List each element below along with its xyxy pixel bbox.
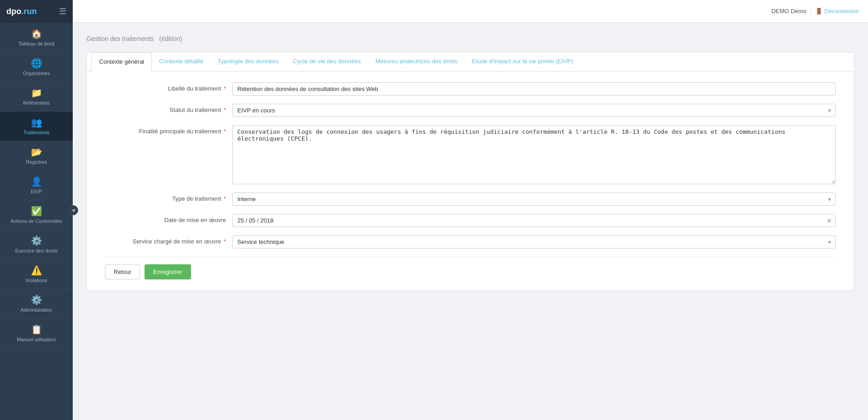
finalite-row: Finalité principale du traitement * Cons… — [105, 125, 836, 184]
topbar: DEMO Démo | 🚪 Déconnexion — [73, 0, 868, 23]
organismes-icon: 🌐 — [31, 58, 42, 69]
traitements-icon: 👥 — [31, 117, 42, 128]
sidebar-header: dpo.run ☰ — [0, 0, 73, 23]
date-row: Date de mise en œuvre ✕ — [105, 214, 836, 227]
sidebar-item-traitements[interactable]: 👥 Traitements — [0, 111, 73, 141]
type-select[interactable]: Interne Externe Sous-traitant — [232, 192, 836, 206]
sidebar-item-registres[interactable]: 📂 Registres — [0, 141, 73, 171]
sidebar-item-actions-conformites[interactable]: ✅ Actions de Conformités — [0, 200, 73, 230]
libelle-label: Libellé du traitement * — [105, 82, 232, 92]
page-title: Gestion des traitements (édition) — [86, 32, 854, 44]
statut-required: * — [224, 106, 226, 113]
eivp-icon: 👤 — [31, 176, 42, 187]
sidebar-item-label: Manuel utilisateur — [17, 337, 56, 342]
tab-etude-impact[interactable]: Etude d'impact sur la vie privée (EIVP) — [465, 52, 580, 71]
page-title-area: Gestion des traitements (édition) — [86, 32, 854, 44]
form-area: Libellé du traitement * Statut du traite… — [87, 71, 854, 290]
user-info: DEMO Démo | 🚪 Déconnexion — [771, 8, 859, 15]
type-row: Type de traitement * Interne Externe Sou… — [105, 192, 836, 206]
tab-typologie-donnees[interactable]: Typologie des données — [211, 52, 286, 71]
sidebar-item-label: Violations — [25, 278, 47, 283]
tabs-bar: Contexte général Contexte détaillé Typol… — [87, 52, 854, 71]
droits-icon: ⚙️ — [31, 235, 42, 246]
logout-icon: 🚪 — [815, 8, 823, 15]
type-select-wrapper: Interne Externe Sous-traitant ▼ — [232, 192, 836, 206]
sidebar-item-label: Actions de Conformités — [10, 218, 62, 224]
statut-select[interactable]: EIVP en cours Actif Inactif En cours de … — [232, 104, 836, 117]
sidebar-item-label: Référentiels — [23, 100, 50, 106]
service-row: Service chargé de mise en œuvre * Servic… — [105, 235, 836, 248]
logout-label: Déconnexion — [824, 8, 859, 15]
sidebar-item-organismes[interactable]: 🌐 Organismes — [0, 52, 73, 82]
page-subtitle: (édition) — [159, 35, 182, 42]
sidebar-logo: dpo.run — [6, 7, 59, 16]
tab-cycle-vie-donnees[interactable]: Cycle de vie des données — [286, 52, 368, 71]
registres-icon: 📂 — [31, 147, 42, 157]
sidebar-item-label: Administration — [20, 307, 52, 313]
statut-label: Statut du traitement * — [105, 104, 232, 113]
sidebar: dpo.run ☰ 🏠 Tableau de bord 🌐 Organismes… — [0, 0, 73, 420]
finalite-label: Finalité principale du traitement * — [105, 125, 232, 135]
date-label: Date de mise en œuvre — [105, 214, 232, 223]
statut-select-wrapper: EIVP en cours Actif Inactif En cours de … — [232, 104, 836, 117]
service-required: * — [224, 238, 226, 245]
content-area: Gestion des traitements (édition) Contex… — [73, 23, 868, 420]
date-clear-icon[interactable]: ✕ — [827, 217, 832, 224]
sidebar-item-label: Traitements — [23, 130, 50, 135]
statut-row: Statut du traitement * EIVP en cours Act… — [105, 104, 836, 117]
administration-icon: ⚙️ — [31, 294, 42, 305]
finalite-required: * — [224, 128, 226, 135]
manuel-icon: 📋 — [31, 324, 42, 335]
sidebar-item-label: Organismes — [23, 71, 50, 76]
sidebar-item-administration[interactable]: ⚙️ Administration — [0, 289, 73, 319]
sidebar-item-label: Exercice des droits — [15, 248, 58, 253]
sidebar-item-violations[interactable]: ⚠️ Violations — [0, 259, 73, 289]
sidebar-item-label: Registres — [26, 159, 47, 165]
user-name: DEMO Démo — [771, 8, 806, 15]
service-label: Service chargé de mise en œuvre * — [105, 235, 232, 245]
sidebar-item-eivp[interactable]: 👤 EIVP — [0, 171, 73, 200]
libelle-input[interactable] — [232, 82, 836, 96]
form-card: Contexte général Contexte détaillé Typol… — [86, 52, 854, 291]
referentiels-icon: 📁 — [31, 87, 42, 98]
service-select[interactable]: Service technique Direction Service juri… — [232, 235, 836, 248]
conformites-icon: ✅ — [31, 206, 42, 217]
form-actions: Retour Enregistrer — [105, 257, 836, 279]
main-area: DEMO Démo | 🚪 Déconnexion Gestion des tr… — [73, 0, 868, 420]
tab-contexte-general[interactable]: Contexte général — [91, 52, 152, 71]
type-required: * — [224, 195, 226, 202]
libelle-required: * — [224, 85, 226, 92]
date-wrapper: ✕ — [232, 214, 836, 227]
violations-icon: ⚠️ — [31, 265, 42, 276]
sidebar-item-referentiels[interactable]: 📁 Référentiels — [0, 82, 73, 111]
sidebar-item-label: Tableau de bord — [19, 41, 55, 46]
sidebar-item-label: EIVP — [30, 189, 42, 194]
sidebar-item-manuel-utilisateur[interactable]: 📋 Manuel utilisateur — [0, 319, 73, 348]
type-label: Type de traitement * — [105, 192, 232, 202]
finalite-textarea[interactable]: Conservation des logs de connexion des u… — [232, 125, 836, 184]
libelle-row: Libellé du traitement * — [105, 82, 836, 96]
sidebar-item-exercice-droits[interactable]: ⚙️ Exercice des droits — [0, 230, 73, 259]
date-input[interactable] — [232, 214, 836, 227]
tab-contexte-detaille[interactable]: Contexte détaillé — [152, 52, 211, 71]
enregistrer-button[interactable]: Enregistrer — [145, 264, 191, 279]
sidebar-item-tableau-de-bord[interactable]: 🏠 Tableau de bord — [0, 23, 73, 52]
dashboard-icon: 🏠 — [31, 28, 42, 39]
sidebar-collapse-button[interactable]: ◀ — [68, 205, 78, 215]
logout-button[interactable]: 🚪 Déconnexion — [815, 8, 859, 15]
retour-button[interactable]: Retour — [105, 264, 140, 279]
service-select-wrapper: Service technique Direction Service juri… — [232, 235, 836, 248]
tab-mesures-protectrices[interactable]: Mesures protectrices des droits — [368, 52, 465, 71]
menu-toggle-icon[interactable]: ☰ — [59, 6, 66, 16]
